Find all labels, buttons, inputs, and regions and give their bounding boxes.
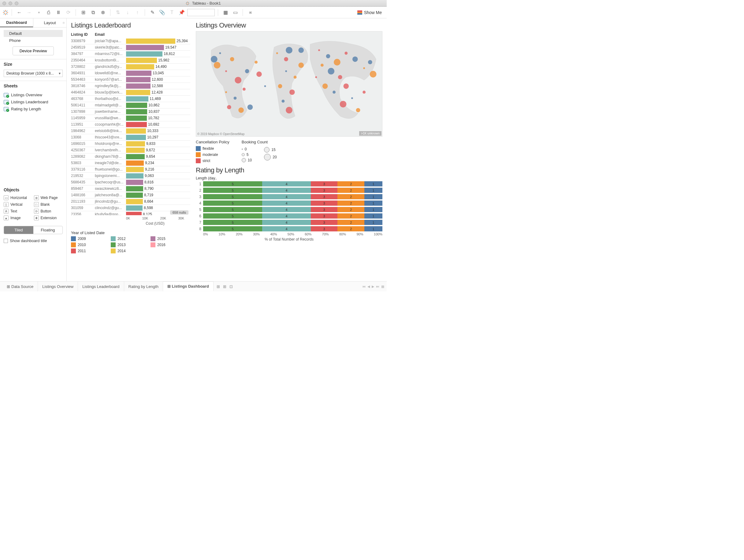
rating-row[interactable]: 554321 [196,207,382,212]
year-legend-item[interactable]: 2011 [71,248,111,253]
refresh-icon[interactable]: ⟳ [64,8,73,17]
year-legend-item[interactable]: 2015 [150,236,190,241]
show-title-checkbox[interactable] [4,239,8,243]
leaderboard-row[interactable]: 859467swaszkiewicz6...8,790 [71,186,190,192]
floating-button[interactable]: Floating [33,226,63,234]
rating-viz[interactable]: Rating by Length Length (day.. 154321254… [196,166,382,272]
leaderboard-row[interactable]: 53803ineagle7d@de...9,234 [71,160,190,166]
cancel-legend-item[interactable]: flexible [196,146,229,152]
leaderboard-row[interactable]: 5686435lpachecoqr@us...8,816 [71,179,190,186]
forward-icon[interactable]: → [25,8,33,17]
device-default[interactable]: Default [4,30,63,37]
sheet-item[interactable]: Rating by Length [4,106,63,113]
booking-legend-item[interactable]: 20 [264,153,276,161]
overview-viz[interactable]: Listings Overview © 2019 Mapbox © OpenSt… [196,22,382,164]
rating-row[interactable]: 454321 [196,200,382,206]
object-blank[interactable]: □Blank [34,202,63,207]
layout-tab[interactable]: Layout [33,18,66,27]
new-worksheet-tab-icon[interactable]: ⊞ [217,284,220,289]
nav-next-icon[interactable]: ▶ [372,285,374,288]
rating-row[interactable]: 354321 [196,194,382,200]
device-phone[interactable]: Phone [4,37,63,44]
year-legend-item[interactable]: 2010 [71,242,111,247]
booking-legend-item[interactable]: 10 [242,157,252,163]
show-me-button[interactable]: Show Me [355,9,384,16]
text-icon[interactable]: T [168,8,176,17]
cancel-legend-item[interactable]: strict [196,158,229,164]
booking-legend-item[interactable]: 5 [242,152,252,157]
object-web-page[interactable]: ⊕Web Page [34,195,63,200]
fit-dropdown[interactable] [187,9,215,16]
map-area[interactable]: © 2019 Mapbox © OpenStreetMap >1K unknow… [196,31,382,136]
leaderboard-row[interactable]: 3728802glandrickd5@y...14,490 [71,64,190,70]
leaderboard-row[interactable]: 5061411mtalmadgelt@...10,862 [71,102,190,109]
leaderboard-row[interactable]: 3604931ldowelld0@ne...13,045 [71,70,190,76]
leaderboard-row[interactable]: 3818746ngrindley5k@j...12,588 [71,83,190,89]
leaderboard-row[interactable]: 5534463konyon57@art...12,600 [71,76,190,83]
object-image[interactable]: ▲Image [4,215,33,221]
sheet-item[interactable]: Listings Overview [4,91,63,98]
nav-last-icon[interactable]: ⏭ [376,285,379,288]
leaderboard-row[interactable]: 2011193jlincolndz@gu...8,664 [71,198,190,205]
rating-row[interactable]: 754321 [196,219,382,225]
attach-icon[interactable]: 📎 [158,8,166,17]
rating-row[interactable]: 254321 [196,187,382,193]
pause-data-icon[interactable]: ⏸ [54,8,63,17]
footer-tab[interactable]: Listings Leaderboard [78,282,124,291]
device-preview-button[interactable]: Device Preview [12,46,54,55]
new-story-tab-icon[interactable]: ⊡ [229,284,233,289]
nulls-pill[interactable]: 658 nulls [170,210,188,214]
leaderboard-row[interactable]: 13068lhiscoe43@xre...10,297 [71,134,190,141]
object-vertical[interactable]: ▯Vertical [4,202,33,207]
year-legend-item[interactable]: 2009 [71,236,111,241]
leaderboard-row[interactable]: 463768thorbathoo@d...11,469 [71,96,190,102]
year-legend-item[interactable]: 2013 [111,242,150,247]
clear-icon[interactable]: ⊗ [99,8,107,17]
traffic-lights[interactable] [2,2,18,5]
booking-legend-item[interactable]: 0 [242,147,252,152]
cancel-legend-item[interactable]: moderate [196,152,229,158]
leaderboard-row[interactable]: 4250367lverchambrelh...9,672 [71,147,190,154]
highlight-icon[interactable]: ✎ [148,8,157,17]
footer-tab[interactable]: Listings Overview [38,282,78,291]
object-horizontal[interactable]: ▭Horizontal [4,195,33,200]
leaderboard-viz[interactable]: Listings Leaderboard Listing ID Email 33… [71,22,190,272]
leaderboard-row[interactable]: 1984962eelstob8i@link...10,333 [71,128,190,134]
year-legend-item[interactable]: 2012 [111,236,150,241]
share-icon[interactable]: ∝ [246,8,255,17]
year-legend-item[interactable]: 2016 [150,242,190,247]
swap-icon[interactable]: ⇅ [113,8,122,17]
duplicate-icon[interactable]: ⧉ [89,8,97,17]
object-button[interactable]: ⟳Button [34,209,63,214]
sort-asc-icon[interactable]: ↓ [123,8,132,17]
footer-tab[interactable]: Rating by Length [124,282,163,291]
present-icon[interactable]: ▭ [231,8,239,17]
tiled-button[interactable]: Tiled [4,226,33,234]
leaderboard-row[interactable]: 219532bpingstonemi...9,063 [71,173,190,179]
cards-icon[interactable]: ▦ [221,8,230,17]
map-unknown-badge[interactable]: >1K unknown [359,131,381,136]
leaderboard-row[interactable]: 1145959vrussilllai@we...10,782 [71,115,190,121]
leaderboard-row[interactable]: 2459519skeirle3t@patc...19,547 [71,44,190,51]
object-text[interactable]: AText [4,209,33,214]
new-worksheet-icon[interactable]: ⊞ [79,8,87,17]
leaderboard-row[interactable]: 113951ccoopmanhk@r...10,692 [71,121,190,128]
new-data-icon[interactable]: ⎙ [44,8,53,17]
footer-tab[interactable]: ⊞ Listings Dashboard [163,281,214,291]
rating-row[interactable]: 154321 [196,181,382,187]
new-dashboard-tab-icon[interactable]: ⊞ [223,284,226,289]
nav-prev-icon[interactable]: ◀ [367,285,370,288]
rating-row[interactable]: 854321 [196,226,382,232]
sheet-item[interactable]: Listings Leaderboard [4,98,63,106]
year-legend-item[interactable]: 2014 [111,248,150,253]
leaderboard-row[interactable]: 1488166jaitcheson8a@...8,719 [71,192,190,198]
save-icon[interactable]: ▫ [35,8,43,17]
leaderboard-row[interactable]: 3308979jstclair7t@apa...25,394 [71,38,190,44]
pin-icon[interactable]: 📌 [178,8,186,17]
size-dropdown[interactable]: Desktop Browser (1000 x 8... [4,70,63,77]
leaderboard-row[interactable]: 1307898jswettenhame...10,837 [71,109,190,115]
leaderboard-row[interactable]: 384797mbarniss72@ti...18,812 [71,51,190,57]
nav-first-icon[interactable]: ⏮ [362,285,366,288]
datasource-tab[interactable]: ⊞Data Source [2,282,38,291]
sort-desc-icon[interactable]: ↑ [133,8,142,17]
